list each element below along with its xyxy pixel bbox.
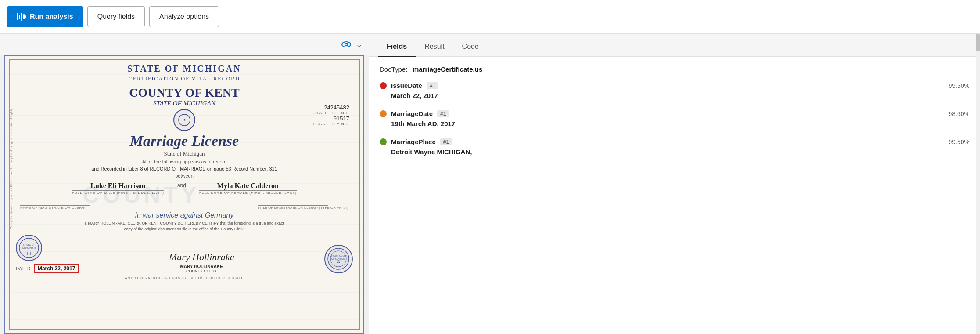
svg-text:CIRCUIT COURT: CIRCUIT COURT	[330, 254, 347, 257]
cert-groom-name: Luke Eli Harrison	[72, 182, 164, 190]
issue-date-dot	[380, 82, 387, 89]
state-seal-icon: STATE OF MICHIGAN	[18, 237, 40, 259]
tabs-row: Fields Result Code	[369, 34, 980, 57]
field-issue-date: IssueDate #1 99.50% March 22, 2017	[380, 82, 969, 99]
tab-result[interactable]: Result	[416, 37, 453, 57]
doctype-label: DocType:	[380, 65, 407, 73]
svg-text:STATE OF: STATE OF	[23, 243, 36, 246]
cert-footer-text: ANY ALTERATION OR ERASURE VOIDS THIS CER…	[16, 276, 353, 280]
svg-rect-0	[17, 13, 18, 20]
cert-sub-title: CERTIFICATION OF VITAL RECORD	[129, 75, 240, 83]
main-area: ⌵ Except for signature, spaces left blan…	[0, 34, 980, 334]
field-marriage-place-left: MarriagePlace #1	[380, 138, 452, 145]
cert-and: and	[177, 182, 186, 189]
svg-rect-4	[25, 15, 26, 18]
cert-title: Marriage License	[16, 133, 353, 149]
doctype-value: marriageCertificate.us	[413, 65, 482, 73]
scrollbar-thumb[interactable]	[976, 34, 980, 51]
cert-magistrate-label: NAME OF MAGISTRATE OR CLERGY	[20, 206, 90, 210]
cert-signer-name: MARY HOLLINRAKE	[169, 264, 234, 269]
cert-bride-label: FULL NAME OF FEMALE (FIRST, MIDDLE, LAST…	[199, 190, 297, 195]
svg-text:⚖: ⚖	[337, 259, 340, 264]
cert-state-file-num: 24245482	[313, 104, 349, 111]
marriage-place-badge: #1	[440, 138, 452, 145]
scrollbar-track[interactable]	[976, 34, 980, 334]
svg-text:⚜: ⚜	[183, 118, 186, 122]
marriage-date-value: 19th March AD. 2017	[380, 120, 969, 127]
cert-left-seal: STATE OF MICHIGAN	[16, 235, 42, 261]
cert-county: COUNTY OF KENT	[16, 86, 353, 100]
chevron-down-icon[interactable]: ⌵	[357, 40, 362, 49]
query-fields-button[interactable]: Query fields	[87, 6, 145, 27]
cert-bride-name: Myla Kate Calderon	[199, 182, 297, 190]
run-icon	[17, 13, 26, 21]
cert-dated-label: DATED:	[16, 266, 32, 271]
marriage-date-pct: 98.60%	[949, 110, 969, 117]
cert-body-text1: All of the following appears as of recor…	[20, 159, 348, 164]
field-marriage-date-left: MarriageDate #1	[380, 110, 449, 117]
fields-content: DocType: marriageCertificate.us IssueDat…	[369, 57, 980, 334]
issue-date-pct: 99.50%	[949, 82, 969, 89]
marriage-date-dot	[380, 110, 387, 117]
cert-local-file-label: LOCAL FILE NO.	[313, 122, 349, 126]
cert-date-value: March 22, 2017	[34, 264, 79, 273]
svg-point-5	[342, 42, 351, 47]
svg-rect-3	[23, 14, 25, 19]
cert-certify-text2: copy of the original document on file in…	[20, 227, 348, 231]
cert-state-line: State of Michigan	[16, 150, 353, 157]
doctype-row: DocType: marriageCertificate.us	[380, 65, 969, 73]
document-panel: ⌵ Except for signature, spaces left blan…	[0, 34, 369, 334]
issue-date-name: IssueDate	[391, 82, 422, 89]
toolbar: Run analysis Query fields Analyze option…	[0, 0, 980, 34]
tab-fields[interactable]: Fields	[378, 37, 416, 57]
cert-title-label: TITLE OF MAGISTRATE OR CLERGY (TYPE OR P…	[258, 206, 348, 210]
cert-names-row: Luke Eli Harrison FULL NAME OF MALE (FIR…	[20, 182, 348, 195]
run-analysis-button[interactable]: Run analysis	[7, 6, 83, 27]
eye-button[interactable]	[339, 37, 353, 51]
svg-text:MICHIGAN: MICHIGAN	[22, 247, 36, 250]
cert-side-text: Except for signature, spaces left blank …	[10, 109, 15, 229]
cert-seal-row: ⚜	[16, 109, 353, 131]
marriage-place-pct: 99.50%	[949, 138, 969, 145]
cert-header: STATE OF MICHIGAN CERTIFICATION OF VITAL…	[16, 64, 353, 83]
analyze-options-button[interactable]: Analyze options	[149, 6, 219, 27]
field-marriage-place: MarriagePlace #1 99.50% Detroit Wayne MI…	[380, 138, 969, 156]
cert-state-of: STATE OF MICHIGAN	[16, 100, 353, 107]
marriage-date-name: MarriageDate	[391, 110, 433, 117]
issue-date-badge: #1	[427, 82, 438, 89]
cert-body: All of the following appears as of recor…	[16, 159, 353, 231]
svg-point-12	[27, 252, 31, 255]
svg-point-6	[345, 43, 348, 46]
eye-icon	[341, 39, 352, 50]
cert-signer-title: COUNTY CLERK	[169, 269, 234, 273]
cert-certify-text1: I, MARY HOLLINRAKE, CLERK OF KENT COUNTY…	[20, 221, 348, 225]
cert-file-nums: 24245482 STATE FILE NO. 91517 LOCAL FILE…	[313, 104, 349, 126]
cert-local-file-num: 91517	[313, 115, 349, 122]
cert-state-title: STATE OF MICHIGAN	[16, 64, 353, 74]
marriage-place-name: MarriagePlace	[391, 138, 436, 145]
cert-top-seal: ⚜	[173, 109, 195, 131]
tab-code[interactable]: Code	[453, 37, 488, 57]
michigan-seal-icon: ⚜	[178, 113, 191, 127]
cert-magistrate-row: NAME OF MAGISTRATE OR CLERGY TITLE OF MA…	[20, 198, 348, 210]
cert-groom-label: FULL NAME OF MALE (FIRST, MIDDLE, LAST)	[72, 190, 164, 195]
cert-war-text: In war service against Germany	[20, 211, 348, 219]
svg-rect-2	[21, 13, 22, 21]
field-marriage-place-header: MarriagePlace #1 99.50%	[380, 138, 969, 145]
field-marriage-date: MarriageDate #1 98.60% 19th March AD. 20…	[380, 110, 969, 127]
cert-state-file-label: STATE FILE NO.	[313, 111, 349, 115]
circuit-court-seal-icon: CIRCUIT COURT OF KENT CO. ⚖	[327, 247, 351, 271]
cert-right-seal: CIRCUIT COURT OF KENT CO. ⚖	[324, 245, 353, 273]
field-issue-date-left: IssueDate #1	[380, 82, 438, 89]
marriage-place-value: Detroit Wayne MICHIGAN,	[380, 148, 969, 156]
marriage-place-dot	[380, 138, 387, 145]
svg-rect-1	[19, 15, 20, 19]
field-issue-date-header: IssueDate #1 99.50%	[380, 82, 969, 89]
field-marriage-date-header: MarriageDate #1 98.60%	[380, 110, 969, 117]
cert-dated-row: DATED: March 22, 2017	[16, 264, 79, 273]
issue-date-value: March 22, 2017	[380, 92, 969, 99]
cert-signature-block: Mary Hollinrake MARY HOLLINRAKE COUNTY C…	[169, 251, 234, 273]
certificate: Except for signature, spaces left blank …	[4, 55, 364, 334]
cert-bride-block: Myla Kate Calderon FULL NAME OF FEMALE (…	[199, 182, 297, 195]
cert-record-line: and Recorded in Liber 8 of RECORD OF MAR…	[20, 166, 348, 171]
